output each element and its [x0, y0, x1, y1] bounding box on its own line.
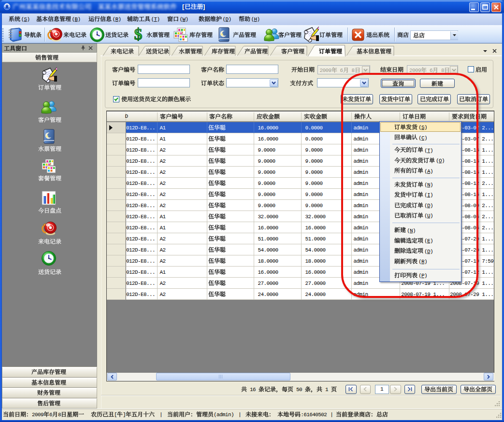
svg-text:$: $ — [134, 27, 143, 42]
